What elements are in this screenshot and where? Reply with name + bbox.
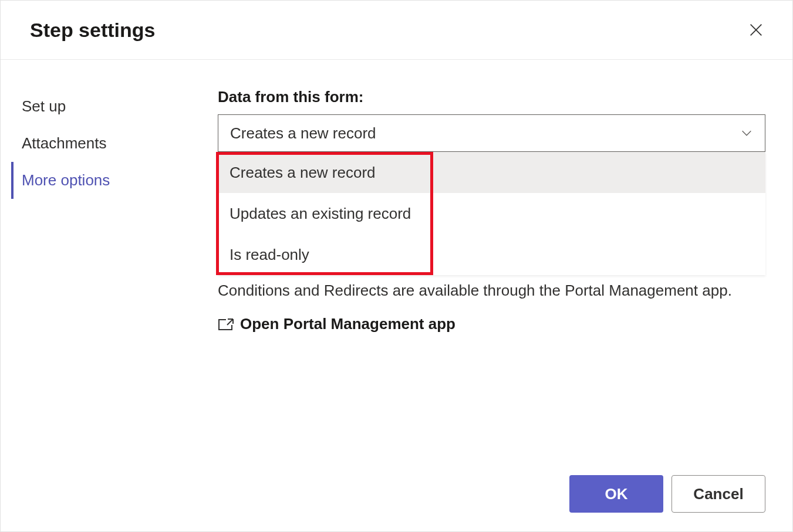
svg-line-4 [227, 319, 233, 325]
data-form-select[interactable]: Creates a new record [218, 114, 765, 152]
dialog-header: Step settings [1, 1, 792, 60]
sidebar: Set up Attachments More options [1, 88, 218, 531]
select-value: Creates a new record [230, 124, 376, 143]
ok-button[interactable]: OK [569, 475, 663, 513]
dropdown-option-readonly[interactable]: Is read-only [218, 234, 765, 275]
dialog-body: Set up Attachments More options Data fro… [1, 60, 792, 531]
dropdown-list: Creates a new record Updates an existing… [218, 152, 765, 275]
external-link-icon [218, 318, 234, 331]
chevron-down-icon [740, 127, 753, 140]
close-icon [748, 22, 764, 38]
cancel-button[interactable]: Cancel [671, 475, 765, 513]
content-area: Data from this form: Creates a new recor… [218, 88, 792, 531]
sidebar-item-more-options[interactable]: More options [11, 162, 218, 199]
data-form-label: Data from this form: [218, 88, 765, 106]
open-portal-link[interactable]: Open Portal Management app [218, 315, 765, 333]
description-text: Conditions and Redirects are available t… [218, 280, 765, 301]
dialog-title: Step settings [30, 19, 155, 42]
external-link-label: Open Portal Management app [240, 315, 455, 333]
dialog-footer: OK Cancel [569, 475, 765, 513]
close-button[interactable] [743, 17, 769, 43]
sidebar-item-attachments[interactable]: Attachments [11, 125, 218, 162]
dropdown-option-create[interactable]: Creates a new record [218, 152, 765, 193]
step-settings-dialog: Step settings Set up Attachments More op… [0, 0, 793, 532]
sidebar-item-setup[interactable]: Set up [11, 88, 218, 125]
dropdown-option-update[interactable]: Updates an existing record [218, 193, 765, 234]
